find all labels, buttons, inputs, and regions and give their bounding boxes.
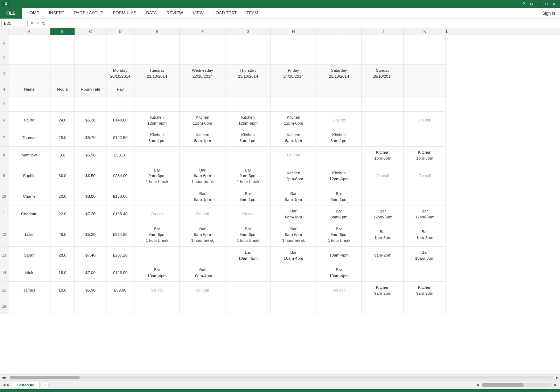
cell[interactable]: [134, 82, 180, 97]
cell[interactable]: Bar 9am-6pm 1 hour break: [180, 164, 225, 188]
cell[interactable]: Sunday 26/10/2014: [362, 65, 404, 82]
scrollbar-track[interactable]: [10, 376, 553, 379]
cell[interactable]: $5.90: [75, 147, 106, 164]
function-icon[interactable]: fx: [42, 21, 45, 26]
cell[interactable]: Bar 10am-4pm: [316, 264, 362, 282]
view-pagebreak-icon[interactable]: ⊟: [498, 391, 502, 392]
cell[interactable]: [134, 299, 180, 314]
cell[interactable]: [180, 299, 225, 314]
cell[interactable]: $5.90: [75, 282, 106, 299]
tab-team[interactable]: TEAM: [241, 8, 263, 19]
cell[interactable]: Bar 10am-3pm: [404, 247, 446, 264]
cell[interactable]: [180, 82, 225, 97]
cell[interactable]: [404, 264, 446, 282]
cell[interactable]: [362, 299, 404, 314]
close-btn[interactable]: ✕: [551, 2, 557, 6]
cell[interactable]: On call: [225, 205, 271, 223]
cell[interactable]: $6.50: [75, 164, 106, 188]
cell[interactable]: 10am-4pm: [316, 247, 362, 264]
cell[interactable]: [134, 50, 180, 65]
maximize-btn[interactable]: □: [544, 2, 549, 6]
cell[interactable]: Charlotte: [8, 205, 50, 223]
sheet-tab-schedule[interactable]: Schedule: [12, 382, 40, 388]
cell[interactable]: [106, 50, 134, 65]
view-layout-icon[interactable]: ⊞: [491, 391, 495, 392]
cell[interactable]: Thomas: [8, 129, 50, 147]
horizontal-scrollbar[interactable]: ◀ ▶ ▶: [0, 374, 560, 380]
cell[interactable]: On call: [404, 164, 446, 188]
cell[interactable]: [75, 97, 106, 112]
cell[interactable]: £142.50: [106, 129, 134, 147]
cell[interactable]: Sarah: [8, 247, 50, 264]
cell[interactable]: Saturday 25/10/2014: [316, 65, 362, 82]
col-header-I[interactable]: I: [316, 28, 362, 35]
cell[interactable]: £254.80: [106, 223, 134, 247]
cell[interactable]: [316, 97, 362, 112]
cell[interactable]: [106, 299, 134, 314]
cell[interactable]: Bar 9am-6pm 1 hour break: [134, 164, 180, 188]
cell[interactable]: [180, 97, 225, 112]
cell[interactable]: 25.0: [50, 129, 75, 147]
cell[interactable]: Bar 1pm-5pm: [404, 223, 446, 247]
scroll-left-arrow[interactable]: ◀: [1, 376, 4, 379]
cell[interactable]: [8, 65, 50, 82]
tab-area-scroll-left[interactable]: ◀: [476, 383, 479, 387]
col-header-H[interactable]: H: [271, 28, 316, 35]
cell[interactable]: On call: [362, 164, 404, 188]
h-scrollbar-thumb[interactable]: [482, 383, 524, 387]
cell[interactable]: Monday 20/10/2014: [106, 65, 134, 82]
cell[interactable]: [362, 188, 404, 205]
cell[interactable]: Bar 9am-6pm 1 hour break: [225, 223, 271, 247]
cell[interactable]: [50, 50, 75, 65]
cell[interactable]: Pay: [106, 82, 134, 97]
col-header-C[interactable]: C: [75, 28, 106, 35]
cell[interactable]: [362, 129, 404, 147]
cell[interactable]: Kitchen 12pm-6pm: [225, 112, 271, 129]
cell[interactable]: Wednesday 22/10/2014: [180, 65, 225, 82]
scrollbar-thumb[interactable]: [10, 376, 80, 379]
cell[interactable]: [8, 299, 50, 314]
cell[interactable]: Bar 12pm-6pm: [362, 205, 404, 223]
cell[interactable]: [404, 50, 446, 65]
sign-in-button[interactable]: Sign in: [537, 8, 560, 19]
cell[interactable]: Bar 10am-4pm: [134, 264, 180, 282]
cell[interactable]: [134, 147, 180, 164]
cell[interactable]: [106, 35, 134, 50]
cell[interactable]: Bar 8am-1pm: [316, 205, 362, 223]
cell[interactable]: [75, 65, 106, 82]
cell[interactable]: Kitchen 12pm-6pm: [180, 112, 225, 129]
cell[interactable]: On call: [134, 282, 180, 299]
cancel-icon[interactable]: ✕: [30, 21, 34, 26]
cell[interactable]: Bar 10am-4pm: [180, 264, 225, 282]
tab-view[interactable]: VIEW: [188, 8, 209, 19]
cell[interactable]: 24.0: [50, 112, 75, 129]
cell[interactable]: [404, 35, 446, 50]
cell[interactable]: 10.0: [50, 282, 75, 299]
cell[interactable]: Matthew: [8, 147, 50, 164]
cell[interactable]: 22.0: [50, 205, 75, 223]
cell[interactable]: Kitchen 8am-1pm: [316, 129, 362, 147]
cell[interactable]: [8, 50, 50, 65]
cell[interactable]: [225, 35, 271, 50]
cell[interactable]: 49.0: [50, 223, 75, 247]
cell[interactable]: [225, 82, 271, 97]
cell[interactable]: [134, 35, 180, 50]
col-header-B[interactable]: B: [50, 28, 75, 35]
cell[interactable]: Kitchen 12pm-6pm: [134, 112, 180, 129]
cell[interactable]: On call: [180, 282, 225, 299]
tab-area-scroll-right[interactable]: ▶: [554, 383, 557, 387]
cell[interactable]: [75, 50, 106, 65]
cell[interactable]: [50, 65, 75, 82]
cell[interactable]: [50, 299, 75, 314]
cell[interactable]: £148.80: [106, 112, 134, 129]
cell[interactable]: On call: [180, 205, 225, 223]
cell[interactable]: Hours: [50, 82, 75, 97]
cell[interactable]: $8.00: [75, 188, 106, 205]
cell[interactable]: £126.00: [106, 264, 134, 282]
restore-btn[interactable]: ⊡: [528, 2, 534, 6]
cell[interactable]: 9.0: [50, 147, 75, 164]
cell[interactable]: Kitchen 8am-1pm: [225, 129, 271, 147]
cell[interactable]: [75, 35, 106, 50]
cell[interactable]: [271, 35, 316, 50]
cell[interactable]: [50, 35, 75, 50]
